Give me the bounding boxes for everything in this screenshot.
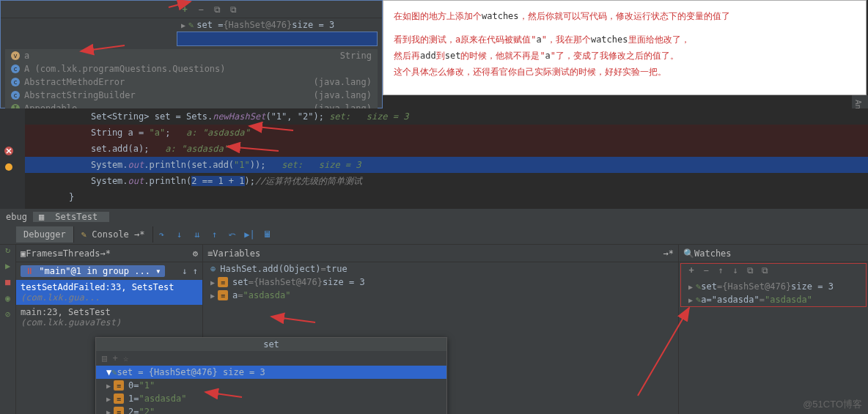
top-panel: + − ⧉ ⧉ ▶ ✎ set = {HashSet@476} size = 3… bbox=[0, 0, 383, 108]
run-to-cursor-icon[interactable]: ▶| bbox=[243, 227, 257, 242]
error-gutter-icon bbox=[3, 145, 15, 157]
resume-icon[interactable]: ▶ bbox=[0, 261, 15, 277]
watch-set-val: {HashSet@476} bbox=[223, 20, 292, 30]
class-icon: c bbox=[11, 64, 20, 73]
variable-inspect-popup: set ▤ + ☆ ▼ ✎ set = {HashSet@476} size =… bbox=[95, 337, 447, 414]
code-completion-popup: vaString cA (com.lxk.programQuestions.Qu… bbox=[5, 49, 378, 115]
popup-title: set bbox=[96, 338, 446, 351]
watch-mini-toolbar: + − ⧉ ⧉ bbox=[1, 1, 382, 18]
remove-watch-icon[interactable]: − bbox=[699, 265, 713, 278]
mute-breakpoints-icon[interactable]: ⊘ bbox=[0, 309, 15, 325]
watches-header: 🔍 Watches bbox=[679, 245, 868, 262]
variable-row[interactable]: ▶≡a = "asdasda" bbox=[203, 289, 678, 302]
completion-item[interactable]: cA (com.lxk.programQuestions.Questions) bbox=[5, 62, 378, 75]
frames-header: ▣ Frames ≡ Threads →*⚙ bbox=[16, 245, 202, 262]
gear-icon[interactable]: ⚙ bbox=[193, 248, 198, 259]
code-editor[interactable]: Set<String> set = Sets.newHashSet("1", "… bbox=[0, 108, 868, 211]
variable-row[interactable]: ⊕HashSet.add(Object) = true bbox=[203, 262, 678, 276]
tab-debugger[interactable]: Debugger bbox=[16, 226, 74, 243]
code-line[interactable]: System.out.println(set.add("1")); set: s… bbox=[25, 157, 868, 173]
watches-toolbar: + − ↑ ↓ ⧉ ⧉ bbox=[681, 264, 866, 280]
bulb-gutter-icon[interactable] bbox=[3, 161, 15, 173]
completion-item[interactable]: vaString bbox=[5, 49, 378, 62]
down-icon[interactable]: ↓ bbox=[729, 265, 742, 278]
watch-row[interactable]: ▶✎ a="asdasda" = "asdasda" bbox=[681, 293, 866, 306]
copy-icon[interactable]: ⧉ bbox=[743, 265, 757, 278]
code-line[interactable]: set.add(a); a: "asdasda" bbox=[25, 141, 868, 157]
popup-item[interactable]: ▶ ≡ 1 = "asdasda" bbox=[96, 392, 446, 405]
thread-selector[interactable]: ⏸ "main"@1 in group ... ▾ ↓ ↑ bbox=[16, 262, 202, 280]
step-out-icon[interactable]: ↑ bbox=[207, 227, 222, 242]
up-icon[interactable]: ↑ bbox=[714, 265, 727, 278]
toolwindow-tabs: ebug ▦ SetsTest bbox=[0, 209, 868, 225]
code-line[interactable]: Set<String> set = Sets.newHashSet("1", "… bbox=[25, 108, 868, 125]
tab-console[interactable]: ✎ Console →* bbox=[74, 226, 153, 243]
watch-set-size: size = 3 bbox=[292, 20, 334, 30]
watch-row[interactable]: ▶✎ set = {HashSet@476} size = 3 bbox=[681, 280, 866, 293]
debug-toolbar: Debugger ✎ Console →* ↷ ↓ ⇊ ↑ ⤺ ▶| 🖩 bbox=[0, 225, 868, 245]
code-area: Set<String> set = Sets.newHashSet("1", "… bbox=[25, 108, 868, 205]
popup-head-row[interactable]: ▼ ✎ set = {HashSet@476} size = 3 bbox=[96, 366, 446, 379]
editor-gutter bbox=[0, 108, 25, 211]
watch-input-row[interactable] bbox=[177, 32, 378, 46]
expand-icon[interactable]: ▶ bbox=[181, 21, 185, 29]
annotation-note: 在如图的地方上添加个watches，然后你就可以写代码，修改运行状态下的变量的值… bbox=[383, 0, 867, 95]
code-line[interactable]: } bbox=[25, 189, 868, 205]
frame-row[interactable]: testSetAddFailed:33, SetsTest (com.lxk.g… bbox=[16, 280, 202, 305]
variable-icon: v bbox=[11, 51, 20, 60]
watches-highlight-box: + − ↑ ↓ ⧉ ⧉ ▶✎ set = {HashSet@476} size … bbox=[680, 263, 867, 307]
popup-toolbar: ▤ + ☆ bbox=[96, 351, 446, 366]
watches-column: 🔍 Watches + − ↑ ↓ ⧉ ⧉ ▶✎ set = {HashSet@… bbox=[679, 245, 868, 414]
class-icon: c bbox=[11, 78, 20, 86]
rerun-icon[interactable]: ↻ bbox=[0, 245, 15, 261]
watermark: @51CTO博客 bbox=[803, 398, 862, 411]
debug-run-config[interactable]: ▦ SetsTest bbox=[33, 212, 109, 222]
completion-item[interactable]: cAbstractMethodError(java.lang) bbox=[5, 75, 378, 89]
svg-point-1 bbox=[5, 163, 12, 171]
dup-icon[interactable]: ⧉ bbox=[758, 265, 771, 278]
force-step-icon[interactable]: ⇊ bbox=[190, 227, 205, 242]
debug-tab-label[interactable]: ebug bbox=[0, 212, 33, 222]
completion-item[interactable]: cAbstractStringBuilder(java.lang) bbox=[5, 89, 378, 102]
popup-item[interactable]: ▶ ≡ 0 = "1" bbox=[96, 379, 446, 392]
add-watch-icon[interactable]: + bbox=[178, 3, 191, 16]
drop-frame-icon[interactable]: ⤺ bbox=[225, 227, 240, 242]
stop-icon[interactable]: ■ bbox=[0, 277, 15, 293]
popup-item[interactable]: ▶ ≡ 2 = "2" bbox=[96, 405, 446, 414]
code-line[interactable]: String a = "a"; a: "asdasda" bbox=[25, 125, 868, 141]
dup-icon[interactable]: ⧉ bbox=[227, 3, 240, 16]
watch-set-row[interactable]: ▶ ✎ set = {HashSet@476} size = 3 bbox=[177, 18, 382, 32]
remove-watch-icon[interactable]: − bbox=[194, 3, 207, 16]
evaluate-icon[interactable]: 🖩 bbox=[260, 227, 275, 242]
frame-row[interactable]: main:23, SetsTest (com.lxk.guavaTest) bbox=[16, 305, 202, 330]
variable-row[interactable]: ▶≡set = {HashSet@476} size = 3 bbox=[203, 276, 678, 289]
step-over-icon[interactable]: ↷ bbox=[155, 227, 169, 242]
watch-set-name: set = bbox=[196, 20, 223, 30]
step-into-icon[interactable]: ↓ bbox=[172, 227, 187, 242]
debug-side-strip: ↻ ▶ ■ ◉ ⊘ bbox=[0, 245, 16, 414]
view-breakpoints-icon[interactable]: ◉ bbox=[0, 293, 15, 309]
add-watch-icon[interactable]: + bbox=[685, 265, 698, 278]
variables-header: ≡ Variables→* bbox=[203, 245, 678, 262]
copy-icon[interactable]: ⧉ bbox=[210, 3, 224, 16]
class-icon: c bbox=[11, 91, 20, 100]
code-line[interactable]: System.out.println(2 == 1 + 1);//运算符优先级的… bbox=[25, 173, 868, 189]
